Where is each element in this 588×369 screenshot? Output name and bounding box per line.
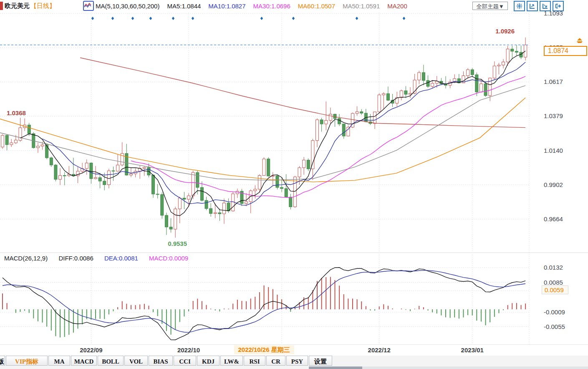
indicator-tab-BIAS[interactable]: BIAS: [149, 356, 173, 366]
x-axis-label: 2023/01: [461, 346, 484, 354]
macd-chart-pane[interactable]: [0, 254, 588, 344]
date-axis: 2022/092022/102022/122023/012022/10/26 星…: [0, 344, 588, 356]
partial-icon: [0, 2, 3, 10]
period-label: 【日线】: [30, 2, 56, 10]
indicator-tab-MACD[interactable]: MACD: [71, 356, 97, 366]
indicator-tab-KDJ[interactable]: KDJ: [197, 356, 220, 366]
symbol-name: 欧元美元: [5, 2, 30, 10]
macd-header: MACD(26,12,9) DIFF:0.0086 DEA:0.0081 MAC…: [4, 255, 197, 262]
ma50-value: MA50:1.0591: [343, 3, 380, 10]
diff-value: DIFF:0.0086: [58, 255, 93, 262]
indicator-tab-LW&[interactable]: LW&: [220, 356, 243, 366]
macd-params-label: MACD(26,12,9): [4, 255, 48, 262]
crosshair-date-label: 2022/10/26 星期三: [234, 345, 294, 354]
ma60-value: MA60:1.0507: [298, 3, 335, 10]
ma5-line: [20, 51, 526, 216]
event-markers: [91, 17, 405, 20]
price-chart-pane[interactable]: [0, 12, 588, 253]
ma-params-label: MA(5,10,30,60,50,200): [96, 3, 159, 10]
indicator-tab-BOLL[interactable]: BOLL: [98, 356, 124, 366]
macd-histogram: [3, 277, 525, 337]
indicator-tab-VOL[interactable]: VOL: [124, 356, 148, 366]
pane-separator: [0, 253, 588, 253]
theme-dropdown[interactable]: 全部主题▼: [472, 2, 508, 10]
chart-tools: [512, 1, 564, 11]
ma200-label: MA200: [387, 3, 407, 10]
pane-shift-right-icon[interactable]: [553, 1, 564, 11]
dea-value: DEA:0.0081: [104, 255, 138, 262]
indicator-tab-CR[interactable]: CR: [266, 356, 285, 366]
x-axis-label: 2022/09: [80, 346, 102, 354]
macd-value: MACD:0.0009: [149, 255, 188, 262]
x-axis-label: 2022/10: [177, 346, 200, 354]
horizontal-scrollbar[interactable]: [309, 366, 588, 369]
ma10-line: [43, 62, 526, 205]
chart-header: 欧元美元 【日线】 MA(5,10,30,60,50,200) MA5:1.08…: [0, 0, 588, 12]
ma30-value: MA30:1.0696: [253, 3, 290, 10]
gridlines: [0, 12, 529, 253]
crosshair-tool-icon[interactable]: [514, 1, 525, 11]
ma5-value: MA5:1.0844: [167, 3, 201, 10]
macd-gridlines: [0, 254, 529, 344]
axis-scale-right-icon[interactable]: [540, 1, 551, 11]
x-axis-label: 2022/12: [368, 346, 391, 354]
ma30-line: [131, 76, 525, 198]
ma10-value: MA10:1.0827: [208, 3, 245, 10]
indicator-tab-CCI[interactable]: CCI: [174, 356, 196, 366]
scrollbar-thumb[interactable]: [309, 366, 362, 369]
line-chart-icon: [83, 1, 94, 11]
candles: [1, 38, 527, 238]
indicator-tab-版[interactable]: 版: [0, 356, 5, 366]
indicator-tab-VIP指标[interactable]: VIP指标: [6, 356, 48, 366]
indicator-tab-RSI[interactable]: RSI: [244, 356, 265, 366]
axis-scale-left-icon[interactable]: [527, 1, 538, 11]
ma200-line: [80, 58, 525, 127]
indicator-tab-MA[interactable]: MA: [48, 356, 70, 366]
indicator-tab-设置[interactable]: 设置: [309, 356, 332, 366]
indicator-tab-PSY[interactable]: PSY: [286, 356, 308, 366]
